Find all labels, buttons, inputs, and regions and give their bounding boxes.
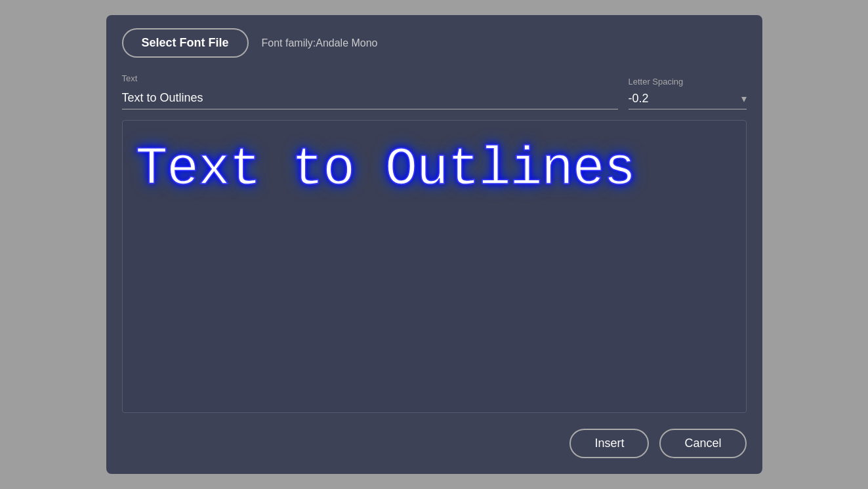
- header-row: Select Font File Font family:Andale Mono: [122, 28, 747, 58]
- select-font-button[interactable]: Select Font File: [122, 28, 249, 58]
- letter-spacing-group: Letter Spacing -0.2 -0.1 0 0.1 0.2 ▾: [629, 77, 747, 109]
- text-input-group: Text: [122, 73, 618, 109]
- text-field-label: Text: [122, 73, 618, 83]
- letter-spacing-label: Letter Spacing: [629, 77, 747, 87]
- text-input[interactable]: [122, 88, 618, 109]
- chevron-down-icon: ▾: [741, 92, 747, 105]
- preview-text: Text to Outlines: [136, 140, 635, 199]
- font-family-label: Font family:Andale Mono: [262, 37, 378, 49]
- letter-spacing-select[interactable]: -0.2 -0.1 0 0.1 0.2: [629, 92, 739, 105]
- dialog: Select Font File Font family:Andale Mono…: [106, 15, 762, 474]
- insert-button[interactable]: Insert: [569, 429, 649, 458]
- text-section: Text Letter Spacing -0.2 -0.1 0 0.1 0.2 …: [122, 73, 747, 109]
- footer-row: Insert Cancel: [122, 429, 747, 458]
- preview-area: Text to Outlines: [122, 120, 747, 413]
- spacing-select-wrapper: -0.2 -0.1 0 0.1 0.2 ▾: [629, 92, 747, 109]
- cancel-button[interactable]: Cancel: [659, 429, 746, 458]
